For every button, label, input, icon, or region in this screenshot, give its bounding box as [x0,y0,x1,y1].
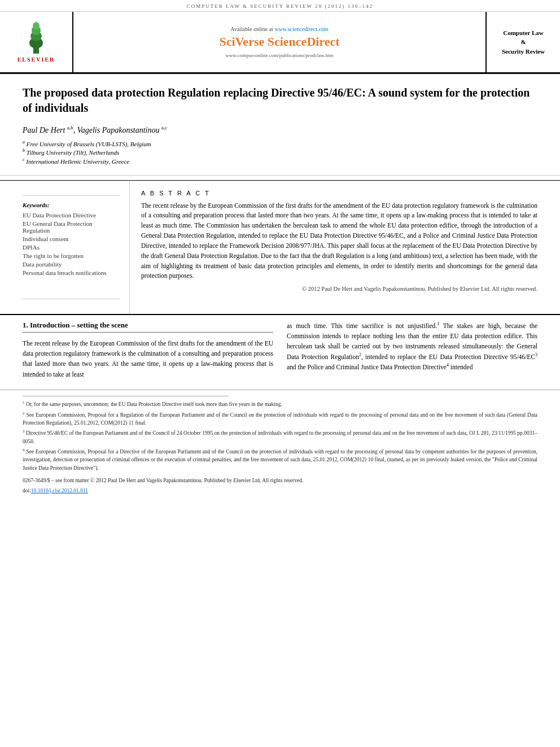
keyword-6: Data portability [23,261,120,268]
banner-journal-name: Computer Law & Security Review [487,12,560,72]
keywords-label: Keywords: [23,202,120,208]
abstract-column: A B S T R A C T The recent release by th… [141,181,537,314]
prod-url: www.compseconline.com/publications/prodc… [225,53,333,58]
keyword-4: DPIAs [23,244,120,251]
banner-center: Available online at www.sciencedirect.co… [73,12,487,72]
article-title-section: The proposed data protection Regulation … [0,74,560,176]
authors-line: Paul De Hert a,b, Vagelis Papakonstantin… [23,125,537,135]
keywords-sidebar: Keywords: EU Data Protection Directive E… [23,181,130,314]
footnotes-section: 1 Or, for the same purposes, uncommon; t… [0,390,560,499]
abstract-copyright: © 2012 Paul De Hert and Vagelis Papakons… [141,286,537,292]
section1-heading: 1. Introduction – setting the scene [23,321,273,333]
elsevier-logo-block: ⚘ ELSEVIER [0,12,73,72]
affiliation-b: b Tilburg University (Tilt), Netherlands [23,148,537,156]
footnote-2: 2 See European Commission, Proposal for … [23,410,537,427]
journal-name-line1: Computer Law [503,28,544,38]
keyword-2: EU General Data Protection Regulation [23,220,120,234]
doi-line: doi:10.1016/j.clsr.2012.01.011 [23,488,537,493]
affiliation-c: c International Hellenic University, Gre… [23,157,537,165]
body-col-left: 1. Introduction – setting the scene The … [23,321,273,385]
journal-header-bar: COMPUTER LAW & SECURITY REVIEW 28 (2012)… [0,0,560,12]
journal-name-and: & [520,37,526,47]
elsevier-label: ELSEVIER [18,56,55,63]
keyword-3: Individual consent [23,235,120,242]
keyword-1: EU Data Protection Directive [23,212,120,219]
body-col-right: as much time. This time sacrifice is not… [287,321,537,385]
body-text-right: as much time. This time sacrifice is not… [287,321,537,373]
sd-url-link[interactable]: www.sciencedirect.com [274,26,328,32]
banner-row: ⚘ ELSEVIER Available online at www.scien… [0,12,560,74]
elsevier-tree-icon: ⚘ [16,21,56,55]
footnote-4: 4 See European Commission, Proposal for … [23,447,537,472]
journal-name-line2: Security Review [502,47,545,56]
abstract-heading: A B S T R A C T [141,190,537,196]
article-body: 1. Introduction – setting the scene The … [0,314,560,385]
abstract-text: The recent release by the European Commi… [141,201,537,282]
affiliation-a: a Free University of Brussels (VUB-LSTS)… [23,139,537,147]
article-main-title: The proposed data protection Regulation … [23,85,537,116]
journal-header-text: COMPUTER LAW & SECURITY REVIEW 28 (2012)… [187,3,373,9]
two-column-layout: 1. Introduction – setting the scene The … [23,321,537,385]
doi-link[interactable]: 10.1016/j.clsr.2012.01.011 [31,488,88,493]
body-text-left: The recent release by the European Commi… [23,338,273,380]
keyword-5: The right to be forgotten [23,252,120,259]
bottom-copyright-line: 0267-3649/$ – see front matter © 2012 Pa… [23,477,537,484]
available-online-text: Available online at www.sciencedirect.co… [230,26,328,32]
sciverse-logo: SciVerse ScienceDirect [219,34,339,49]
footnote-1: 1 Or, for the same purposes, uncommon; t… [23,400,537,408]
keyword-7: Personal data breach notifications [23,269,120,276]
main-content: Keywords: EU Data Protection Directive E… [0,180,560,314]
svg-text:⚘: ⚘ [35,51,37,55]
footnote-3: 3 Directive 95/46/EC of the European Par… [23,429,537,445]
svg-point-4 [33,22,40,30]
